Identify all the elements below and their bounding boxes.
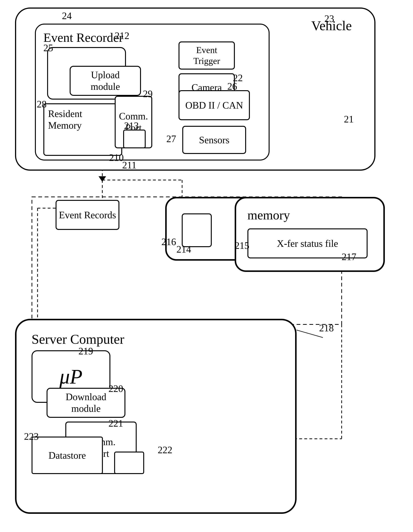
diagram: Vehicle Event Recorder 212 μP 25 Uploadm… [0,0,413,532]
ref-222: 222 [158,444,172,456]
event-records-ref: 213 [124,120,139,131]
resident-memory-label: Resident Memory [48,108,118,132]
datastore-label: Datastore [49,450,86,461]
ref-29: 29 [143,88,153,99]
server-section: Server Computer μP 219 Downloadmodule 22… [15,319,297,514]
small-connector-server [114,452,144,474]
ref-218: 218 [319,323,334,334]
ref-24: 24 [62,10,72,21]
ref-217: 217 [342,251,356,262]
ref-219: 219 [79,346,93,357]
svg-marker-14 [98,176,106,182]
comm-port-ref2: 211 [122,160,137,171]
sensors-ref: 27 [166,133,176,144]
event-trigger-label: EventTrigger [193,45,220,66]
event-trigger-box: EventTrigger [178,41,235,70]
datastore-box: Datastore [31,437,103,474]
vehicle-section: Vehicle Event Recorder 212 μP 25 Uploadm… [15,8,375,171]
obd-ref: 26 [227,81,237,92]
event-recorder-box: Event Recorder 212 μP 25 Uploadmodule Re… [35,24,270,161]
server-label: Server Computer [31,332,124,347]
ref-215: 215 [235,240,249,251]
ref-21: 21 [344,114,354,125]
memory-box: memory X-fer status file [235,197,385,272]
event-recorder-ref: 212 [115,30,129,41]
event-records-box: Event Records [56,200,119,230]
ref-221: 221 [108,418,123,429]
event-records-label: Event Records [59,209,116,220]
upload-module-box: Uploadmodule [70,66,141,96]
port-box-middle [182,213,212,247]
resident-memory-ref: 28 [37,99,47,110]
ref-214: 214 [177,244,191,255]
svg-line-33 [297,330,323,338]
sensors-label: Sensors [199,134,229,145]
event-recorder-label: Event Recorder [43,30,123,45]
obd-label: OBD II / CAN [185,100,243,111]
upload-module-label: Uploadmodule [91,69,120,93]
memory-label: memory [247,208,290,223]
ref-223: 223 [24,431,39,442]
small-connector-er [123,130,146,148]
obd-box: OBD II / CAN [178,90,250,120]
ref-23: 23 [324,13,334,24]
comm-port-ref1: 210 [109,152,124,163]
sensors-box: Sensors [182,126,246,154]
ref-216: 216 [161,236,176,247]
xfer-label: X-fer status file [277,238,338,249]
download-module-label: Downloadmodule [66,391,107,415]
up-ref-vehicle: 25 [43,42,53,53]
up-label-server: μP [59,365,82,389]
resident-memory-box: Resident Memory Event Records [43,103,122,156]
ref-220: 220 [108,383,123,394]
